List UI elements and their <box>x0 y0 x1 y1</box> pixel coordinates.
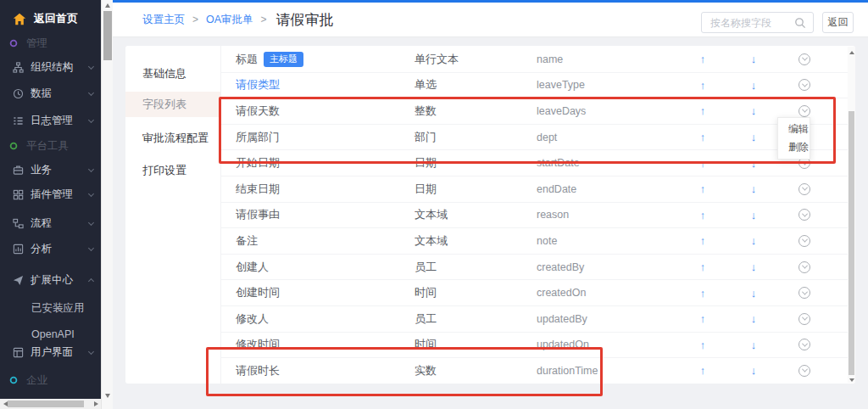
row-more-icon[interactable] <box>787 183 821 195</box>
search-input[interactable] <box>702 17 794 29</box>
table-row: 备注 文本域 note ↑ ↓ <box>221 228 848 255</box>
field-type: 员工 <box>415 260 537 275</box>
field-label-text: 标题 <box>236 52 258 67</box>
table-row: 结束日期 日期 endDate ↑ ↓ <box>221 176 848 203</box>
sidebar-item-management[interactable]: 管理 <box>0 34 101 53</box>
chevron-down-icon <box>88 349 94 355</box>
sidebar-item-enterprise[interactable]: 企业 <box>0 371 101 389</box>
field-label-text: 开始日期 <box>236 155 280 171</box>
field-label: 备注 <box>236 233 415 249</box>
sidebar-item-data[interactable]: 数据 <box>0 84 101 103</box>
scroll-down-button[interactable] <box>848 376 855 384</box>
move-down-icon[interactable]: ↓ <box>737 182 771 195</box>
chevron-down-icon <box>88 166 94 172</box>
vertical-scroll-thumb[interactable] <box>849 111 854 375</box>
move-up-icon[interactable]: ↑ <box>686 104 720 117</box>
sidebar-item-business[interactable]: 业务 <box>0 160 101 179</box>
sidebar-item-user-interface[interactable]: 用户界面 <box>0 343 101 361</box>
row-more-icon[interactable] <box>787 287 821 299</box>
move-down-icon[interactable]: ↓ <box>737 312 771 325</box>
sidebar-item-analytics[interactable]: 分析 <box>0 239 101 258</box>
field-type: 单行文本 <box>415 52 537 67</box>
field-label: 请假天数 <box>236 104 415 119</box>
move-up-icon[interactable]: ↑ <box>686 79 720 92</box>
sidebar-back-home[interactable]: 返回首页 <box>0 8 101 30</box>
move-down-icon[interactable]: ↓ <box>737 234 771 247</box>
field-label-text: 修改时间 <box>236 337 280 352</box>
move-up-icon[interactable]: ↑ <box>686 339 720 351</box>
table-row: 修改时间 时间 updatedOn ↑ ↓ <box>221 333 848 359</box>
move-up-icon[interactable]: ↑ <box>686 234 720 247</box>
vertical-scroll-thumb[interactable] <box>103 11 112 60</box>
move-up-icon[interactable]: ↑ <box>686 287 720 300</box>
table-row: 创建人 员工 createdBy ↑ ↓ <box>221 255 848 281</box>
horizontal-scroll-thumb[interactable] <box>8 401 84 407</box>
row-more-icon[interactable] <box>787 261 821 273</box>
chevron-up-icon <box>88 278 94 284</box>
field-label-text: 请假类型 <box>236 77 280 92</box>
move-down-icon[interactable]: ↓ <box>737 131 771 143</box>
field-label: 所属部门 <box>236 130 415 145</box>
sidebar-vertical-scrollbar <box>101 0 113 409</box>
back-home-label: 返回首页 <box>34 11 78 26</box>
move-up-icon[interactable]: ↑ <box>686 53 720 65</box>
row-more-icon[interactable] <box>787 339 821 350</box>
menu-item-edit[interactable]: 编辑 <box>778 120 810 138</box>
move-down-icon[interactable]: ↓ <box>737 364 771 377</box>
row-more-icon[interactable] <box>787 365 821 377</box>
sidebar-horizontal-scrollbar <box>0 399 101 409</box>
sidebar-item-workflow[interactable]: 流程 <box>0 214 101 233</box>
row-more-icon[interactable] <box>787 105 821 117</box>
move-down-icon[interactable]: ↓ <box>737 209 771 221</box>
field-type: 文本域 <box>415 207 537 222</box>
tab-basic-info[interactable]: 基础信息 <box>125 61 220 87</box>
field-type: 时间 <box>415 285 537 300</box>
table-vertical-scrollbar <box>848 47 855 383</box>
move-down-icon[interactable]: ↓ <box>737 79 771 92</box>
move-down-icon[interactable]: ↓ <box>737 157 771 170</box>
scroll-down-button[interactable] <box>102 390 114 401</box>
scroll-up-button[interactable] <box>848 48 855 57</box>
row-more-icon[interactable] <box>787 209 821 221</box>
move-up-icon[interactable]: ↑ <box>686 209 720 221</box>
chevron-down-icon <box>88 117 94 123</box>
row-more-icon[interactable] <box>787 79 821 91</box>
breadcrumb-oa-approval-form[interactable]: OA审批单 <box>206 13 253 27</box>
scroll-right-button[interactable] <box>91 399 101 409</box>
scroll-up-button[interactable] <box>102 0 114 10</box>
menu-item-delete[interactable]: 删除 <box>778 138 810 156</box>
sidebar-item-installed-apps[interactable]: 已安装应用 <box>0 299 101 317</box>
sidebar-item-extension-center[interactable]: 扩展中心 <box>0 271 101 289</box>
table-row: 所属部门 部门 dept ↑ ↓ <box>221 125 848 151</box>
back-button[interactable]: 返回 <box>822 12 854 33</box>
chart-icon <box>12 243 24 255</box>
tab-print-settings[interactable]: 打印设置 <box>125 158 220 183</box>
sidebar-item-platform-tools[interactable]: 平台工具 <box>0 137 101 155</box>
row-more-icon[interactable] <box>787 313 821 325</box>
sidebar-item-log-management[interactable]: 日志管理 <box>0 111 101 130</box>
row-more-icon[interactable] <box>787 235 821 247</box>
move-up-icon[interactable]: ↑ <box>686 157 720 170</box>
move-down-icon[interactable]: ↓ <box>737 339 771 351</box>
breadcrumb-settings-home[interactable]: 设置主页 <box>142 13 185 27</box>
field-label: 请假时长 <box>236 363 415 378</box>
row-more-icon[interactable] <box>787 53 821 65</box>
field-type: 时间 <box>415 337 537 352</box>
move-down-icon[interactable]: ↓ <box>737 287 771 300</box>
tab-approval-flow-config[interactable]: 审批流程配置 <box>125 126 220 151</box>
sidebar-item-org-structure[interactable]: 组织结构 <box>0 58 101 76</box>
chevron-down-icon <box>88 220 94 226</box>
move-down-icon[interactable]: ↓ <box>737 104 771 117</box>
move-up-icon[interactable]: ↑ <box>686 364 720 377</box>
field-label-text: 备注 <box>236 233 258 249</box>
move-up-icon[interactable]: ↑ <box>686 131 720 143</box>
sidebar-item-openapi[interactable]: OpenAPI <box>0 325 101 344</box>
ring-icon-cyan <box>8 374 19 386</box>
move-up-icon[interactable]: ↑ <box>686 312 720 325</box>
sidebar-item-plugin-management[interactable]: 插件管理 <box>0 185 101 204</box>
move-down-icon[interactable]: ↓ <box>737 53 771 65</box>
move-down-icon[interactable]: ↓ <box>737 261 771 273</box>
tab-field-list[interactable]: 字段列表 <box>125 92 220 117</box>
move-up-icon[interactable]: ↑ <box>686 182 720 195</box>
move-up-icon[interactable]: ↑ <box>686 261 720 273</box>
